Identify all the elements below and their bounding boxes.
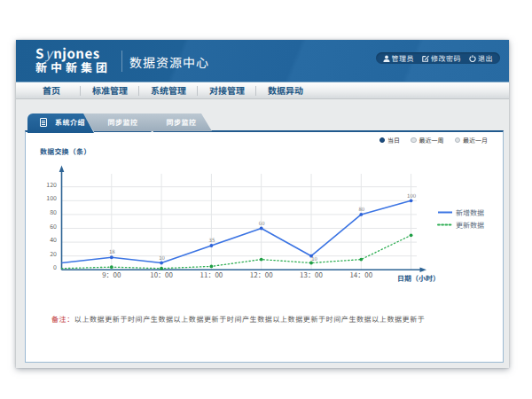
- x-tick-label: 11：00: [200, 270, 223, 279]
- y-tick-label: 100: [46, 193, 57, 202]
- tab-sync-monitor-1[interactable]: 同步监控: [82, 113, 154, 131]
- content-area: 系统介绍 同步监控 同步监控 当日最近一周最近一月 数据交换（条）日期（小时）0…: [16, 99, 509, 368]
- x-tick-label: 12：00: [250, 270, 273, 279]
- data-point-label: 10: [159, 254, 165, 262]
- data-point-label: 10: [311, 254, 317, 262]
- logout-button[interactable]: 退出: [469, 53, 493, 63]
- data-point-marker: [359, 258, 363, 262]
- range-option-label: 最近一周: [419, 136, 444, 145]
- data-point-marker: [260, 227, 263, 231]
- data-point-label: 60: [259, 219, 265, 227]
- data-point-label: 80: [358, 205, 364, 213]
- page-title: 数据资源中心: [129, 40, 209, 82]
- radio-unselected-icon[interactable]: [455, 137, 461, 144]
- data-point-marker: [110, 265, 113, 269]
- x-axis-arrow-icon: [420, 268, 427, 273]
- legend-label: 新增数据: [456, 207, 484, 217]
- power-icon: [469, 55, 476, 62]
- user-menu: 管理员 修改密码 退出: [376, 52, 501, 64]
- x-axis-title: 日期（小时）: [397, 273, 440, 283]
- data-point-marker: [160, 267, 163, 270]
- logo-subtitle: 新中新集团: [35, 61, 111, 74]
- date-range-filter: 当日最近一周最近一月: [369, 136, 489, 145]
- nav-item-4[interactable]: 数据异动: [256, 82, 315, 98]
- data-point-label: 18: [109, 247, 115, 255]
- y-tick-label: 120: [46, 180, 57, 189]
- footnote-text: 以上数据更新于时间产生数据以上数据更新于时间产生数据以上数据更新于时间产生数据以…: [74, 314, 426, 324]
- company-logo: Synjones 新中新集团: [35, 46, 111, 74]
- app-header: Synjones 新中新集团 数据资源中心 管理员 修改密码 退出: [16, 40, 509, 82]
- footnote: 备注：以上数据更新于时间产生数据以上数据更新于时间产生数据以上数据更新于时间产生…: [51, 314, 495, 324]
- data-point-label: 100: [407, 192, 417, 200]
- x-tick-label: 9：00: [102, 270, 121, 279]
- x-tick-label: 14：00: [349, 270, 372, 279]
- range-option-label: 当日: [387, 136, 400, 145]
- nav-item-1[interactable]: 标准管理: [81, 82, 139, 98]
- nav-item-2[interactable]: 系统管理: [139, 82, 198, 98]
- footnote-label: 备注：: [51, 314, 74, 324]
- range-option-2[interactable]: 最近一月: [455, 136, 489, 145]
- y-tick-label: 60: [50, 222, 57, 231]
- app-window: Synjones 新中新集团 数据资源中心 管理员 修改密码 退出 首页标准管理…: [16, 40, 509, 368]
- main-nav: 首页标准管理系统管理对接管理数据异动: [16, 82, 509, 99]
- nav-item-3[interactable]: 对接管理: [198, 82, 256, 98]
- user-profile-button[interactable]: 管理员: [383, 53, 415, 63]
- y-tick-label: 0: [53, 262, 57, 271]
- header-divider: [121, 51, 122, 72]
- range-option-1[interactable]: 最近一周: [411, 136, 444, 145]
- legend-label: 更新数据: [456, 220, 484, 230]
- tab-system-intro[interactable]: 系统介绍: [27, 113, 94, 133]
- data-point-marker: [260, 258, 263, 262]
- radio-unselected-icon[interactable]: [411, 137, 417, 144]
- range-option-0[interactable]: 当日: [379, 136, 401, 145]
- data-point-marker: [410, 233, 413, 237]
- line-chart: 数据交换（条）日期（小时）0204060801001209：0010：0011：…: [26, 132, 501, 361]
- data-point-marker: [210, 244, 214, 247]
- x-tick-label: 13：00: [300, 270, 323, 279]
- y-axis-arrow-icon: [59, 166, 65, 173]
- data-point-marker: [359, 213, 363, 216]
- range-option-label: 最近一月: [463, 136, 488, 145]
- edit-icon: [422, 55, 429, 62]
- nav-item-0[interactable]: 首页: [22, 82, 81, 98]
- data-point-marker: [410, 199, 413, 202]
- data-point-label: 35: [209, 236, 215, 244]
- data-point-marker: [210, 265, 214, 269]
- logo-wordmark: Synjones: [35, 46, 111, 59]
- data-point-marker: [160, 262, 163, 265]
- y-axis-title: 数据交换（条）: [40, 146, 90, 156]
- user-icon: [383, 55, 390, 62]
- change-password-button[interactable]: 修改密码: [422, 53, 461, 63]
- y-tick-label: 80: [50, 207, 57, 216]
- radio-selected-icon[interactable]: [379, 137, 386, 144]
- data-point-marker: [110, 255, 113, 259]
- y-tick-label: 20: [50, 249, 57, 258]
- document-icon: [40, 118, 47, 127]
- x-tick-label: 10：00: [150, 270, 173, 279]
- y-tick-label: 40: [50, 235, 57, 244]
- chart-panel: 当日最近一周最近一月 数据交换（条）日期（小时）0204060801001209…: [25, 130, 504, 363]
